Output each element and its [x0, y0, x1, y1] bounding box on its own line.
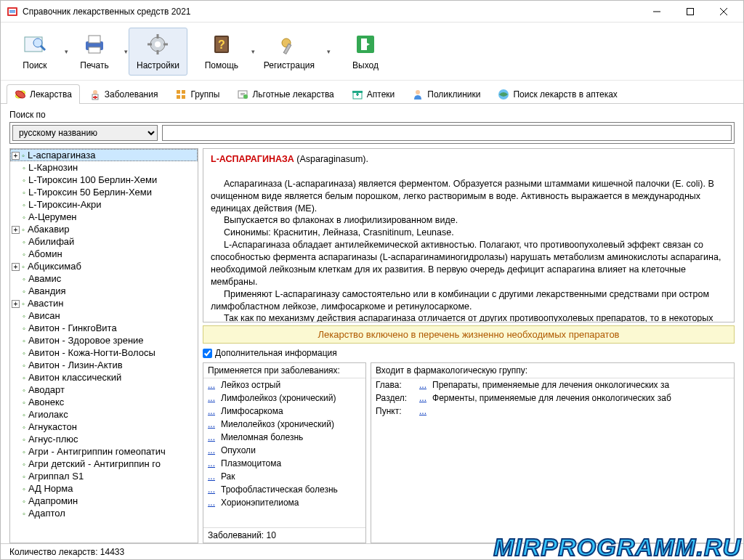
main-toolbar: Поиск ▾ Печать ▾ Настройки ? Помощь ▾ Ре…	[1, 23, 743, 81]
minimize-button[interactable]	[640, 1, 674, 23]
link-dots[interactable]: ...	[208, 498, 215, 508]
tree-item[interactable]: ◦Агри - Антигриппин гомеопатич	[10, 445, 198, 458]
tree-item[interactable]: ◦Авитон - Здоровое зрение	[10, 334, 198, 346]
tab-diseases[interactable]: Заболевания	[81, 84, 166, 104]
essential-drug-banner: Лекарство включено в перечень жизненно н…	[203, 325, 735, 344]
svg-point-40	[243, 94, 248, 99]
watermark: MIRPROGRAMM.RU	[493, 533, 741, 560]
link-dots[interactable]: ...	[208, 380, 215, 390]
link-dots[interactable]: ...	[208, 432, 215, 442]
svg-rect-13	[89, 47, 100, 53]
tree-item[interactable]: ◦Адапромин	[10, 495, 198, 507]
toolbar-search[interactable]: Поиск	[9, 28, 60, 76]
chevron-down-icon[interactable]: ▾	[247, 48, 256, 55]
disease-list[interactable]: ...Лейкоз острый...Лимфолейкоз (хроничес…	[203, 378, 365, 528]
link-dots[interactable]: ...	[208, 393, 215, 403]
tab-pharmacy-search[interactable]: Поиск лекарств в аптеках	[490, 84, 625, 104]
tree-item[interactable]: ◦Агриппал S1	[10, 470, 198, 482]
tree-item[interactable]: ◦Агиолакс	[10, 408, 198, 421]
tree-item[interactable]: +◦Авастин	[10, 297, 198, 309]
search-input[interactable]	[162, 125, 732, 141]
tree-item[interactable]: +◦Абциксимаб	[10, 260, 198, 272]
disease-item[interactable]: ...Миеломная болезнь	[203, 431, 365, 444]
tree-item[interactable]: ◦Агнус-плюс	[10, 433, 198, 445]
tree-item[interactable]: ◦Аводарт	[10, 384, 198, 396]
tree-item[interactable]: ◦L-Тироксин 50 Берлин-Хеми	[10, 186, 198, 198]
svg-rect-12	[89, 36, 100, 43]
chevron-down-icon[interactable]: ▾	[323, 48, 331, 55]
tab-clinics[interactable]: Поликлиники	[404, 84, 488, 104]
toolbar-settings[interactable]: Настройки	[129, 28, 187, 76]
disease-item[interactable]: ...Хорионэпителиома	[203, 496, 365, 509]
close-button[interactable]	[707, 1, 740, 23]
group-table[interactable]: Глава:...Препараты, применяемые для лече…	[371, 378, 734, 543]
tree-item[interactable]: ◦Авитон - Кожа-Ногти-Волосы	[10, 346, 198, 359]
chevron-down-icon[interactable]: ▾	[60, 48, 69, 55]
tree-item[interactable]: ◦Авитон - Лизин-Актив	[10, 359, 198, 371]
desc-paragraph: Выпускается во флаконах в лиофилизирован…	[211, 214, 727, 227]
link-dots[interactable]: ...	[208, 419, 215, 429]
toolbar-help[interactable]: ? Помощь	[196, 28, 247, 76]
drug-tree[interactable]: +◦L-аспарагиназа◦L-Карнозин◦L-Тироксин 1…	[9, 148, 198, 543]
tab-drugs[interactable]: Лекарства	[7, 84, 80, 104]
disease-item[interactable]: ...Лейкоз острый	[203, 378, 365, 391]
search-panel: Поиск по русскому названию	[1, 104, 743, 148]
svg-point-15	[155, 41, 161, 47]
disease-item[interactable]: ...Трофобластическая болезнь	[203, 483, 365, 496]
tree-item[interactable]: +◦Абакавир	[10, 223, 198, 235]
tree-item[interactable]: ◦L-Тироксин-Акри	[10, 198, 198, 211]
toolbar-print[interactable]: Печать	[69, 28, 120, 76]
tree-item[interactable]: ◦Авитон классический	[10, 371, 198, 384]
drug-count: Количество лекарств: 14433	[9, 547, 124, 557]
disease-item[interactable]: ...Лимфосаркома	[203, 405, 365, 418]
link-dots[interactable]: ...	[419, 393, 426, 403]
search-type-select[interactable]: русскому названию	[12, 125, 158, 141]
tab-privileged[interactable]: Льготные лекарства	[229, 84, 341, 104]
tab-pharmacies[interactable]: Аптеки	[344, 84, 403, 104]
tree-item[interactable]: ◦L-Тироксин 100 Берлин-Хеми	[10, 174, 198, 186]
tree-item[interactable]: ◦Агнукастон	[10, 421, 198, 433]
desc-paragraph: Применяют L-аспарагиназу самостоятельно …	[211, 288, 727, 313]
tree-item[interactable]: ◦Абилифай	[10, 235, 198, 248]
disease-item[interactable]: ...Плазмоцитома	[203, 457, 365, 470]
tree-item[interactable]: ◦Агри детский - Антигриппин го	[10, 458, 198, 470]
tree-item[interactable]: ◦Абомин	[10, 248, 198, 260]
tree-item[interactable]: +◦L-аспарагиназа	[10, 149, 198, 161]
link-dots[interactable]: ...	[208, 445, 215, 455]
link-dots[interactable]: ...	[208, 406, 215, 416]
tree-item[interactable]: ◦L-Карнозин	[10, 161, 198, 174]
disease-item[interactable]: ...Лимфолейкоз (хронический)	[203, 391, 365, 405]
tree-item[interactable]: ◦Авамис	[10, 272, 198, 285]
tab-groups[interactable]: Группы	[167, 84, 227, 104]
link-dots[interactable]: ...	[419, 406, 426, 416]
disease-item[interactable]: ...Опухоли	[203, 444, 365, 457]
svg-rect-2	[9, 10, 15, 12]
tree-item[interactable]: ◦Авонекс	[10, 396, 198, 408]
link-dots[interactable]: ...	[208, 458, 215, 468]
desc-paragraph: Аспарагиназа (L-аспарагиназа) является ф…	[211, 178, 727, 215]
link-dots[interactable]: ...	[419, 380, 426, 390]
disease-item[interactable]: ...Рак	[203, 470, 365, 483]
chevron-down-icon[interactable]: ▾	[120, 48, 129, 55]
tree-item[interactable]: ◦АД Норма	[10, 482, 198, 495]
svg-rect-32	[93, 97, 97, 98]
toolbar-exit[interactable]: Выход	[340, 28, 391, 76]
description-pane[interactable]: L-АСПАРАГИНАЗА (Asparaginasum). Аспараги…	[203, 148, 735, 322]
diseases-panel: Применяется при заболеваниях: ...Лейкоз …	[203, 362, 366, 543]
tree-item[interactable]: ◦А-Церумен	[10, 211, 198, 223]
tree-item[interactable]: ◦Ависан	[10, 309, 198, 322]
extra-info-checkbox[interactable]: Дополнительная информация	[203, 346, 735, 360]
svg-rect-36	[182, 95, 185, 99]
groups-heading: Входит в фармакологическую группу:	[371, 363, 734, 378]
tree-item[interactable]: ◦Адаптол	[10, 507, 198, 519]
link-dots[interactable]: ...	[208, 484, 215, 495]
tree-item[interactable]: ◦Авандия	[10, 285, 198, 297]
link-dots[interactable]: ...	[208, 471, 215, 482]
maximize-button[interactable]	[674, 1, 707, 23]
tree-item[interactable]: ◦Авитон - ГинкгоВита	[10, 322, 198, 334]
toolbar-register[interactable]: Регистрация	[256, 28, 323, 76]
desc-paragraph: L-Аспарагиназа обладает антилейкемическо…	[211, 239, 727, 288]
drug-title-lat: (Asparaginasum).	[294, 154, 368, 164]
desc-paragraph: Синонимы: Краснитин, Лейназа, Crasnitinu…	[211, 227, 727, 239]
disease-item[interactable]: ...Миелолейкоз (хронический)	[203, 418, 365, 431]
